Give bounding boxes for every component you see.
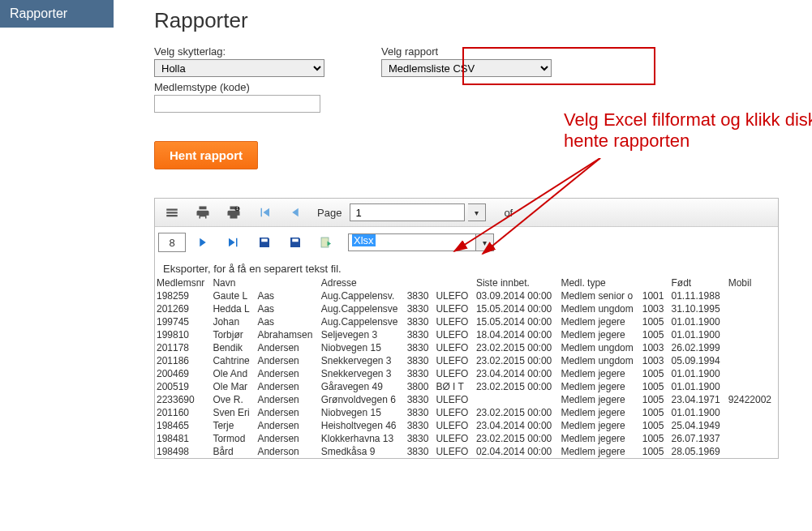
column-header: Medlemsnr	[155, 276, 211, 289]
table-row: 198481TormodAndersenKlokkerhavna 133830U…	[155, 432, 778, 445]
column-header: Født	[670, 276, 727, 289]
next-page-icon[interactable]	[189, 232, 217, 253]
page-number-input[interactable]	[350, 203, 465, 221]
total-pages: 8	[158, 233, 186, 252]
medlemstype-label: Medlemstype (kode)	[154, 81, 812, 93]
export-hint: Eksporter, for å få en separert tekst fi…	[155, 258, 778, 276]
table-row: 200519Ole MarAndersenGåravegen 493800BØ …	[155, 380, 778, 393]
hent-rapport-button[interactable]: Hent rapport	[154, 141, 258, 169]
column-header	[641, 276, 670, 289]
export-format-input[interactable]: Xlsx	[348, 233, 476, 251]
rapport-label: Velg rapport	[381, 45, 552, 58]
page-label: Page	[317, 207, 342, 219]
table-row: 198259Gaute LAasAug.Cappelensv.3830ULEFO…	[155, 289, 778, 302]
table-row: 200469Ole AndAndersenSnekkervegen 33830U…	[155, 367, 778, 380]
first-page-icon[interactable]	[251, 202, 278, 223]
export-icon[interactable]	[312, 232, 340, 253]
table-row: 201186CahtrineAndersenSnekkervegen 33830…	[155, 354, 778, 367]
column-header: Mobil	[727, 276, 778, 289]
save-icon[interactable]	[251, 232, 278, 253]
table-row: 2233690Ove R.AndersenGrønvoldvegen 63830…	[155, 393, 778, 406]
table-row: 199745JohanAasAug.Cappelensve3830ULEFO15…	[155, 315, 778, 328]
table-row: 198498BårdAndersonSmedkåsa 93830ULEFO02.…	[155, 445, 778, 458]
page-dropdown-button[interactable]: ▾	[468, 203, 486, 221]
print-icon[interactable]	[189, 202, 217, 223]
export-format-dropdown-button[interactable]: ▾	[476, 233, 494, 251]
of-label: of	[504, 207, 513, 219]
skytterlag-select[interactable]: Holla	[154, 59, 324, 77]
column-header: Siste innbet.	[475, 276, 560, 289]
column-header	[434, 276, 474, 289]
column-header	[256, 276, 319, 289]
report-table: MedlemsnrNavnAdresseSiste innbet.Medl. t…	[155, 276, 778, 458]
table-row: 201269Hedda LAasAug.Cappelensve3830ULEFO…	[155, 302, 778, 315]
table-row: 198465TerjeAndersenHeisholtvegen 463830U…	[155, 419, 778, 432]
annotation-text: Velg Excel filformat og klikk diskettenf…	[564, 109, 812, 152]
print-selected-icon[interactable]: 1	[220, 202, 247, 223]
save-icon-2[interactable]	[281, 232, 309, 253]
skytterlag-label: Velg skytterlag:	[154, 45, 324, 58]
medlemstype-input[interactable]	[154, 95, 320, 113]
column-header: Adresse	[320, 276, 406, 289]
last-page-icon[interactable]	[220, 232, 247, 253]
table-row: 199810TorbjørAbrahamsenSeljevegen 33830U…	[155, 328, 778, 341]
table-row: 201178BendikAndersenNiobvegen 153830ULEF…	[155, 341, 778, 354]
page-title: Rapporter	[154, 8, 812, 33]
prev-page-icon[interactable]	[281, 202, 309, 223]
column-header: Medl. type	[559, 276, 640, 289]
print-layout-icon[interactable]	[158, 202, 186, 223]
rapport-select[interactable]: Medlemsliste CSV	[381, 59, 552, 77]
column-header	[406, 276, 435, 289]
sidebar-title: Rapporter	[0, 0, 114, 28]
table-row: 201160Sven EriAndersenNiobvegen 153830UL…	[155, 406, 778, 419]
column-header: Navn	[211, 276, 256, 289]
